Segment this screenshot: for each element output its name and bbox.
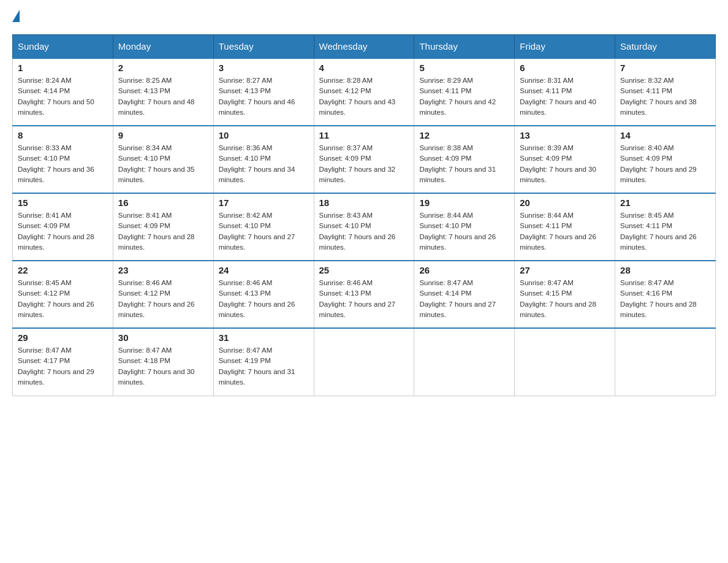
calendar-cell: 7Sunrise: 8:32 AMSunset: 4:11 PMDaylight… [615, 58, 716, 126]
day-number: 19 [419, 197, 509, 208]
calendar-cell: 11Sunrise: 8:37 AMSunset: 4:09 PMDayligh… [314, 126, 414, 193]
calendar-cell: 5Sunrise: 8:29 AMSunset: 4:11 PMDaylight… [414, 58, 515, 126]
calendar-cell: 19Sunrise: 8:44 AMSunset: 4:10 PMDayligh… [414, 193, 515, 261]
calendar-cell: 18Sunrise: 8:43 AMSunset: 4:10 PMDayligh… [314, 193, 414, 261]
day-number: 15 [18, 197, 108, 208]
weekday-header-wednesday: Wednesday [314, 35, 414, 59]
calendar-cell: 17Sunrise: 8:42 AMSunset: 4:10 PMDayligh… [213, 193, 314, 261]
day-info: Sunrise: 8:42 AMSunset: 4:10 PMDaylight:… [219, 210, 309, 253]
day-info: Sunrise: 8:41 AMSunset: 4:09 PMDaylight:… [118, 210, 208, 253]
day-number: 3 [219, 63, 309, 73]
day-number: 13 [520, 130, 610, 140]
week-row-4: 22Sunrise: 8:45 AMSunset: 4:12 PMDayligh… [13, 261, 716, 328]
calendar-table: SundayMondayTuesdayWednesdayThursdayFrid… [12, 34, 716, 396]
calendar-cell: 10Sunrise: 8:36 AMSunset: 4:10 PMDayligh… [213, 126, 314, 193]
day-info: Sunrise: 8:47 AMSunset: 4:19 PMDaylight:… [219, 345, 309, 388]
day-number: 18 [319, 197, 409, 208]
day-number: 7 [620, 63, 710, 73]
day-number: 11 [319, 130, 409, 140]
day-info: Sunrise: 8:47 AMSunset: 4:14 PMDaylight:… [419, 278, 509, 320]
calendar-cell: 14Sunrise: 8:40 AMSunset: 4:09 PMDayligh… [615, 126, 716, 193]
day-info: Sunrise: 8:39 AMSunset: 4:09 PMDaylight:… [520, 143, 610, 185]
day-info: Sunrise: 8:32 AMSunset: 4:11 PMDaylight:… [620, 75, 710, 118]
day-number: 22 [18, 265, 108, 275]
weekday-header-tuesday: Tuesday [213, 35, 314, 59]
day-info: Sunrise: 8:40 AMSunset: 4:09 PMDaylight:… [620, 143, 710, 185]
day-number: 31 [219, 332, 309, 343]
day-number: 10 [219, 130, 309, 140]
calendar-cell: 8Sunrise: 8:33 AMSunset: 4:10 PMDaylight… [13, 126, 113, 193]
calendar-cell: 21Sunrise: 8:45 AMSunset: 4:11 PMDayligh… [615, 193, 716, 261]
weekday-header-sunday: Sunday [13, 35, 113, 59]
day-info: Sunrise: 8:47 AMSunset: 4:17 PMDaylight:… [18, 345, 108, 388]
day-info: Sunrise: 8:27 AMSunset: 4:13 PMDaylight:… [219, 75, 309, 118]
day-info: Sunrise: 8:45 AMSunset: 4:12 PMDaylight:… [18, 278, 108, 320]
calendar-cell: 26Sunrise: 8:47 AMSunset: 4:14 PMDayligh… [414, 261, 515, 328]
week-row-2: 8Sunrise: 8:33 AMSunset: 4:10 PMDaylight… [13, 126, 716, 193]
calendar-cell: 25Sunrise: 8:46 AMSunset: 4:13 PMDayligh… [314, 261, 414, 328]
day-number: 9 [118, 130, 208, 140]
day-number: 5 [419, 63, 509, 73]
day-info: Sunrise: 8:36 AMSunset: 4:10 PMDaylight:… [219, 143, 309, 185]
week-row-1: 1Sunrise: 8:24 AMSunset: 4:14 PMDaylight… [13, 58, 716, 126]
calendar-cell: 31Sunrise: 8:47 AMSunset: 4:19 PMDayligh… [213, 328, 314, 396]
calendar-cell [414, 328, 515, 396]
day-number: 27 [520, 265, 610, 275]
day-info: Sunrise: 8:24 AMSunset: 4:14 PMDaylight:… [18, 75, 108, 118]
calendar-cell [515, 328, 615, 396]
calendar-cell: 2Sunrise: 8:25 AMSunset: 4:13 PMDaylight… [113, 58, 213, 126]
day-number: 26 [419, 265, 509, 275]
calendar-cell: 30Sunrise: 8:47 AMSunset: 4:18 PMDayligh… [113, 328, 213, 396]
week-row-3: 15Sunrise: 8:41 AMSunset: 4:09 PMDayligh… [13, 193, 716, 261]
day-number: 30 [118, 332, 208, 343]
calendar-cell: 22Sunrise: 8:45 AMSunset: 4:12 PMDayligh… [13, 261, 113, 328]
day-number: 12 [419, 130, 509, 140]
day-info: Sunrise: 8:33 AMSunset: 4:10 PMDaylight:… [18, 143, 108, 185]
day-info: Sunrise: 8:34 AMSunset: 4:10 PMDaylight:… [118, 143, 208, 185]
day-info: Sunrise: 8:41 AMSunset: 4:09 PMDaylight:… [18, 210, 108, 253]
calendar-cell: 4Sunrise: 8:28 AMSunset: 4:12 PMDaylight… [314, 58, 414, 126]
day-number: 2 [118, 63, 208, 73]
day-number: 25 [319, 265, 409, 275]
day-info: Sunrise: 8:45 AMSunset: 4:11 PMDaylight:… [620, 210, 710, 253]
day-info: Sunrise: 8:25 AMSunset: 4:13 PMDaylight:… [118, 75, 208, 118]
calendar-cell: 3Sunrise: 8:27 AMSunset: 4:13 PMDaylight… [213, 58, 314, 126]
day-info: Sunrise: 8:31 AMSunset: 4:11 PMDaylight:… [520, 75, 610, 118]
logo [12, 12, 20, 22]
day-info: Sunrise: 8:47 AMSunset: 4:18 PMDaylight:… [118, 345, 208, 388]
weekday-header-monday: Monday [113, 35, 213, 59]
calendar-cell: 23Sunrise: 8:46 AMSunset: 4:12 PMDayligh… [113, 261, 213, 328]
day-info: Sunrise: 8:47 AMSunset: 4:15 PMDaylight:… [520, 278, 610, 320]
day-info: Sunrise: 8:43 AMSunset: 4:10 PMDaylight:… [319, 210, 409, 253]
calendar-cell: 24Sunrise: 8:46 AMSunset: 4:13 PMDayligh… [213, 261, 314, 328]
calendar-cell [314, 328, 414, 396]
calendar-cell: 29Sunrise: 8:47 AMSunset: 4:17 PMDayligh… [13, 328, 113, 396]
day-info: Sunrise: 8:37 AMSunset: 4:09 PMDaylight:… [319, 143, 409, 185]
page-header [12, 12, 716, 22]
calendar-cell: 9Sunrise: 8:34 AMSunset: 4:10 PMDaylight… [113, 126, 213, 193]
calendar-cell: 28Sunrise: 8:47 AMSunset: 4:16 PMDayligh… [615, 261, 716, 328]
day-number: 23 [118, 265, 208, 275]
calendar-cell [615, 328, 716, 396]
day-info: Sunrise: 8:47 AMSunset: 4:16 PMDaylight:… [620, 278, 710, 320]
day-number: 29 [18, 332, 108, 343]
weekday-header-row: SundayMondayTuesdayWednesdayThursdayFrid… [13, 35, 716, 59]
day-number: 20 [520, 197, 610, 208]
calendar-cell: 15Sunrise: 8:41 AMSunset: 4:09 PMDayligh… [13, 193, 113, 261]
day-number: 28 [620, 265, 710, 275]
week-row-5: 29Sunrise: 8:47 AMSunset: 4:17 PMDayligh… [13, 328, 716, 396]
weekday-header-friday: Friday [515, 35, 615, 59]
day-info: Sunrise: 8:38 AMSunset: 4:09 PMDaylight:… [419, 143, 509, 185]
day-number: 17 [219, 197, 309, 208]
calendar-cell: 16Sunrise: 8:41 AMSunset: 4:09 PMDayligh… [113, 193, 213, 261]
day-number: 6 [520, 63, 610, 73]
day-number: 16 [118, 197, 208, 208]
day-number: 1 [18, 63, 108, 73]
calendar-cell: 1Sunrise: 8:24 AMSunset: 4:14 PMDaylight… [13, 58, 113, 126]
calendar-cell: 6Sunrise: 8:31 AMSunset: 4:11 PMDaylight… [515, 58, 615, 126]
day-number: 21 [620, 197, 710, 208]
day-number: 8 [18, 130, 108, 140]
logo-triangle-icon [12, 10, 20, 22]
day-info: Sunrise: 8:44 AMSunset: 4:11 PMDaylight:… [520, 210, 610, 253]
day-number: 24 [219, 265, 309, 275]
